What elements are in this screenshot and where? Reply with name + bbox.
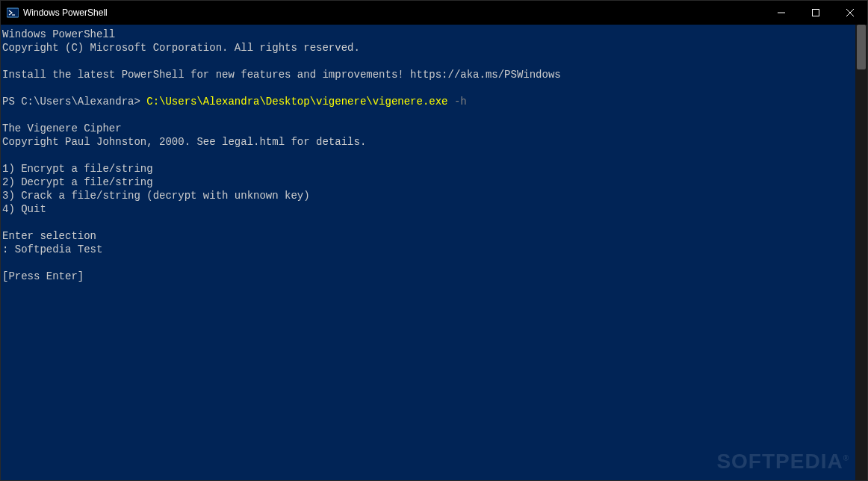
menu-option: 1) Encrypt a file/string [2, 162, 854, 176]
output-line: The Vigenere Cipher [2, 122, 854, 135]
output-line [2, 256, 854, 270]
maximize-button[interactable] [799, 1, 833, 25]
minimize-button[interactable] [764, 1, 799, 25]
input-line: : Softpedia Test [2, 243, 854, 256]
output-line [2, 216, 854, 229]
terminal-content[interactable]: Windows PowerShellCopyright (C) Microsof… [1, 25, 855, 480]
output-line [2, 149, 854, 162]
output-line [2, 108, 854, 122]
scrollbar[interactable] [855, 25, 867, 480]
command-flag: -h [448, 96, 467, 108]
menu-option: 4) Quit [2, 202, 854, 216]
menu-option: 2) Decrypt a file/string [2, 176, 854, 189]
command-path: C:\Users\Alexandra\Desktop\vigenere\vige… [146, 96, 447, 108]
output-line: [Press Enter] [2, 270, 854, 283]
output-line [2, 81, 854, 95]
output-line: Install the latest PowerShell for new fe… [2, 68, 854, 81]
output-line [2, 55, 854, 68]
output-line: Copyright (C) Microsoft Corporation. All… [2, 41, 854, 55]
output-line: Copyright Paul Johnston, 2000. See legal… [2, 135, 854, 149]
prompt: PS C:\Users\Alexandra> [2, 96, 146, 108]
window-title: Windows PowerShell [23, 7, 764, 18]
terminal-area: Windows PowerShellCopyright (C) Microsof… [1, 25, 867, 480]
output-line: Windows PowerShell [2, 28, 854, 41]
close-button[interactable] [833, 1, 867, 25]
menu-option: 3) Crack a file/string (decrypt with unk… [2, 189, 854, 202]
titlebar[interactable]: Windows PowerShell [1, 1, 867, 25]
prompt-line: PS C:\Users\Alexandra> C:\Users\Alexandr… [2, 95, 854, 108]
scrollbar-thumb[interactable] [857, 25, 866, 69]
powershell-icon [7, 7, 19, 19]
svg-rect-3 [813, 10, 819, 16]
window-controls [764, 1, 867, 25]
output-line: Enter selection [2, 229, 854, 243]
powershell-window: Windows PowerShell Windows PowerShellCop… [0, 0, 868, 481]
